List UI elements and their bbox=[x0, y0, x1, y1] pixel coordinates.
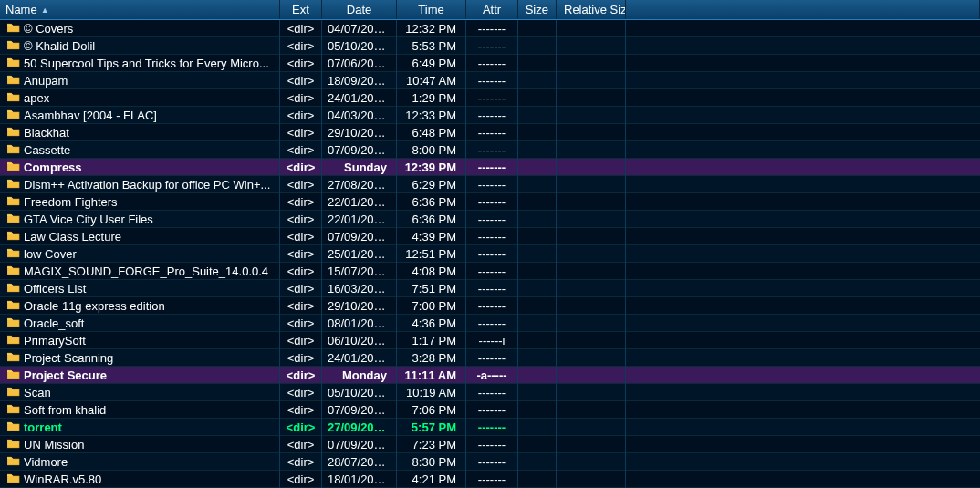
folder-icon bbox=[7, 369, 24, 382]
cell-name: PrimarySoft bbox=[0, 332, 280, 349]
cell-ext: <dir> bbox=[280, 349, 322, 367]
folder-icon bbox=[7, 213, 24, 226]
table-row[interactable]: 50 Supercool Tips and Tricks for Every M… bbox=[0, 55, 980, 72]
table-row[interactable]: Compress<dir>Sunday12:39 PM------- bbox=[0, 159, 980, 176]
cell-filler bbox=[626, 390, 980, 394]
table-row[interactable]: Cassette<dir>07/09/20218:00 PM------- bbox=[0, 141, 980, 159]
cell-filler bbox=[626, 182, 980, 186]
file-name-label: GTA Vice City User Files bbox=[24, 213, 153, 226]
cell-ext: <dir> bbox=[280, 124, 322, 141]
cell-size bbox=[518, 96, 557, 99]
table-row[interactable]: UN Mission<dir>07/09/20217:23 PM------- bbox=[0, 436, 980, 453]
table-row[interactable]: Law Class Lecture<dir>07/09/20214:39 PM-… bbox=[0, 228, 980, 245]
cell-attr: ------- bbox=[466, 471, 518, 488]
header-relsize[interactable]: Relative Size bbox=[557, 0, 626, 19]
cell-filler bbox=[626, 252, 980, 255]
folder-icon bbox=[7, 403, 24, 417]
table-row[interactable]: Project Secure<dir>Monday11:11 AM-a----- bbox=[0, 367, 980, 384]
cell-size bbox=[518, 78, 557, 82]
cell-time: 6:49 PM bbox=[397, 55, 466, 72]
cell-date: 05/10/2021 bbox=[322, 384, 397, 401]
table-row[interactable]: Soft from khalid<dir>07/09/20217:06 PM--… bbox=[0, 401, 980, 419]
folder-icon bbox=[7, 282, 24, 296]
cell-attr: -a----- bbox=[466, 367, 518, 384]
cell-filler bbox=[626, 373, 980, 377]
folder-icon bbox=[7, 91, 24, 105]
cell-filler bbox=[626, 44, 980, 47]
table-row[interactable]: low Cover<dir>25/01/202112:51 PM------- bbox=[0, 245, 980, 263]
file-name-label: Compress bbox=[24, 161, 82, 174]
cell-name: © Khalid Dolil bbox=[0, 37, 280, 55]
table-row[interactable]: apex<dir>24/01/20211:29 PM------- bbox=[0, 89, 980, 107]
header-attr[interactable]: Attr bbox=[466, 0, 518, 19]
table-row[interactable]: Officers List<dir>16/03/20217:51 PM-----… bbox=[0, 280, 980, 297]
folder-icon bbox=[7, 247, 24, 261]
table-row[interactable]: © Covers<dir>04/07/202112:32 PM------- bbox=[0, 20, 980, 37]
cell-date: 05/10/2021 bbox=[322, 37, 397, 55]
cell-attr: ------- bbox=[466, 20, 518, 37]
cell-name: Freedom Fighters bbox=[0, 193, 280, 211]
table-row[interactable]: Freedom Fighters<dir>22/01/20216:36 PM--… bbox=[0, 193, 980, 211]
cell-filler bbox=[626, 286, 980, 290]
cell-size bbox=[518, 442, 557, 446]
cell-attr: ------- bbox=[466, 89, 518, 107]
header-time[interactable]: Time bbox=[397, 0, 466, 19]
header-size[interactable]: Size bbox=[518, 0, 557, 19]
header-date[interactable]: Date bbox=[322, 0, 397, 19]
cell-date: 16/03/2021 bbox=[322, 280, 397, 297]
cell-size bbox=[518, 148, 557, 151]
table-row[interactable]: PrimarySoft<dir>06/10/20211:17 PM------i bbox=[0, 332, 980, 349]
table-row[interactable]: Scan<dir>05/10/202110:19 AM------- bbox=[0, 384, 980, 401]
folder-icon bbox=[7, 299, 24, 313]
cell-date: 07/09/2021 bbox=[322, 401, 397, 419]
cell-filler bbox=[626, 234, 980, 238]
cell-ext: <dir> bbox=[280, 367, 322, 384]
cell-filler bbox=[626, 425, 980, 429]
table-row[interactable]: Blackhat<dir>29/10/20206:48 PM------- bbox=[0, 124, 980, 141]
table-row[interactable]: Oracle 11g express edition<dir>29/10/202… bbox=[0, 297, 980, 315]
cell-size bbox=[518, 44, 557, 47]
cell-size bbox=[518, 390, 557, 394]
table-row[interactable]: Dism++ Activation Backup for office PC W… bbox=[0, 176, 980, 193]
cell-attr: ------- bbox=[466, 453, 518, 471]
table-row[interactable]: Asambhav [2004 - FLAC]<dir>04/03/202112:… bbox=[0, 107, 980, 124]
table-row[interactable]: WinRAR.v5.80<dir>18/01/20214:21 PM------… bbox=[0, 471, 980, 488]
cell-time: 6:29 PM bbox=[397, 176, 466, 193]
cell-filler bbox=[626, 408, 980, 411]
table-row[interactable]: Oracle_soft<dir>08/01/20194:36 PM------- bbox=[0, 315, 980, 332]
table-header-row: Name ▲ Ext Date Time Attr Size Relative … bbox=[0, 0, 980, 20]
cell-relsize bbox=[557, 269, 626, 273]
table-row[interactable]: GTA Vice City User Files<dir>22/01/20216… bbox=[0, 211, 980, 228]
table-row[interactable]: torrent<dir>27/09/20215:57 PM------- bbox=[0, 419, 980, 436]
cell-date: Monday bbox=[322, 367, 397, 384]
table-row[interactable]: Vidmore<dir>28/07/20218:30 PM------- bbox=[0, 453, 980, 471]
file-name-label: Blackhat bbox=[24, 126, 69, 140]
cell-attr: ------- bbox=[466, 297, 518, 315]
cell-relsize bbox=[557, 26, 626, 30]
cell-attr: ------- bbox=[466, 228, 518, 245]
table-row[interactable]: © Khalid Dolil<dir>05/10/20215:53 PM----… bbox=[0, 37, 980, 55]
folder-icon bbox=[7, 109, 24, 122]
cell-filler bbox=[626, 304, 980, 307]
cell-attr: ------- bbox=[466, 401, 518, 419]
cell-date: 07/09/2021 bbox=[322, 228, 397, 245]
file-name-label: Vidmore bbox=[24, 455, 68, 469]
table-row[interactable]: MAGIX_SOUND_FORGE_Pro_Suite_14.0.0.4<dir… bbox=[0, 263, 980, 280]
cell-relsize bbox=[557, 113, 626, 117]
header-name[interactable]: Name ▲ bbox=[0, 0, 280, 19]
header-ext[interactable]: Ext bbox=[280, 0, 322, 19]
file-name-label: Oracle_soft bbox=[24, 317, 84, 330]
cell-ext: <dir> bbox=[280, 332, 322, 349]
file-name-label: Dism++ Activation Backup for office PC W… bbox=[24, 178, 270, 192]
table-row[interactable]: Anupam<dir>18/09/202010:47 AM------- bbox=[0, 72, 980, 89]
cell-time: 4:21 PM bbox=[397, 471, 466, 488]
file-name-label: torrent bbox=[24, 421, 62, 434]
table-row[interactable]: Project Scanning<dir>24/01/20213:28 PM--… bbox=[0, 349, 980, 367]
cell-time: 12:33 PM bbox=[397, 107, 466, 124]
folder-icon bbox=[7, 455, 24, 469]
cell-name: apex bbox=[0, 89, 280, 107]
cell-date: 07/09/2021 bbox=[322, 436, 397, 453]
cell-relsize bbox=[557, 182, 626, 186]
cell-filler bbox=[626, 113, 980, 117]
file-name-label: Oracle 11g express edition bbox=[24, 299, 165, 313]
